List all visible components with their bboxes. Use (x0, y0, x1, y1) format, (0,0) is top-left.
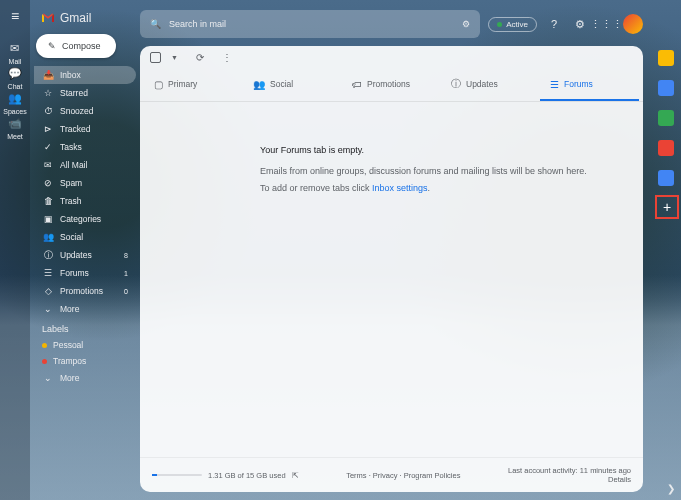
nav-label: Inbox (60, 70, 81, 80)
tab-updates[interactable]: ⓘUpdates (441, 69, 540, 101)
menu-icon[interactable]: ≡ (11, 8, 19, 24)
tab-forums[interactable]: ☰Forums (540, 69, 639, 101)
label-text: More (60, 373, 79, 383)
addon-0[interactable] (658, 50, 674, 66)
label-trampos[interactable]: Trampos (34, 353, 136, 369)
search-input[interactable] (169, 19, 454, 29)
empty-line2: To add or remove tabs click Inbox settin… (260, 180, 643, 197)
tab-social[interactable]: 👥Social (243, 69, 342, 101)
tune-icon[interactable]: ⚙ (462, 19, 470, 29)
nav-label: Promotions (60, 286, 103, 296)
nav-more[interactable]: ⌄More (34, 300, 136, 318)
label-more[interactable]: ⌄More (34, 369, 136, 387)
nav-label: Starred (60, 88, 88, 98)
addon-4[interactable] (658, 170, 674, 186)
updates-icon: ⓘ (42, 249, 54, 261)
nav-tracked[interactable]: ⊳Tracked (34, 120, 136, 138)
refresh-icon[interactable]: ⟳ (196, 52, 204, 63)
chevron-down-icon[interactable]: ▼ (171, 54, 178, 61)
nav-forums[interactable]: ☰Forums1 (34, 264, 136, 282)
nav-snoozed[interactable]: ⏱Snoozed (34, 102, 136, 120)
trash-icon: 🗑 (42, 195, 54, 207)
nav-count: 8 (124, 252, 128, 259)
empty-line1: Emails from online groups, discussion fo… (260, 163, 643, 180)
label-dot (42, 359, 47, 364)
inbox-settings-link[interactable]: Inbox settings (372, 183, 428, 193)
left-app-rail: ≡ ✉Mail💬Chat👥Spaces📹Meet (0, 0, 30, 500)
nav-trash[interactable]: 🗑Trash (34, 192, 136, 210)
nav-count: 0 (124, 288, 128, 295)
right-addon-rail (651, 0, 681, 500)
empty-title: Your Forums tab is empty. (260, 142, 643, 159)
social-icon: 👥 (253, 79, 265, 90)
nav-label: Tasks (60, 142, 82, 152)
nav-label: Updates (60, 250, 92, 260)
promotions-icon: 🏷 (352, 79, 362, 90)
gmail-logo[interactable]: Gmail (34, 8, 136, 34)
nav-label: All Mail (60, 160, 87, 170)
select-all-checkbox[interactable] (150, 52, 161, 63)
updates-icon: ⓘ (451, 77, 461, 91)
tab-label: Forums (564, 79, 593, 89)
rail-chat[interactable]: 💬Chat (3, 65, 26, 90)
label-text: Trampos (53, 356, 86, 366)
categories-icon: ▣ (42, 213, 54, 225)
tab-primary[interactable]: ▢Primary (144, 69, 243, 101)
nav-updates[interactable]: ⓘUpdates8 (34, 246, 136, 264)
status-active[interactable]: Active (488, 17, 537, 32)
addon-1[interactable] (658, 80, 674, 96)
label-pessoal[interactable]: Pessoal (34, 337, 136, 353)
nav-categories[interactable]: ▣Categories (34, 210, 136, 228)
nav-label: Categories (60, 214, 101, 224)
avatar[interactable] (623, 14, 643, 34)
chat-icon: 💬 (7, 65, 23, 81)
all mail-icon: ✉ (42, 159, 54, 171)
add-addon-button[interactable]: + (655, 195, 679, 219)
nav-spam[interactable]: ⊘Spam (34, 174, 136, 192)
nav-label: Social (60, 232, 83, 242)
nav-count: 1 (124, 270, 128, 277)
tab-promotions[interactable]: 🏷Promotions (342, 69, 441, 101)
nav-label: Forums (60, 268, 89, 278)
nav-promotions[interactable]: ◇Promotions0 (34, 282, 136, 300)
category-tabs: ▢Primary👥Social🏷PromotionsⓘUpdates☰Forum… (140, 69, 643, 102)
storage-bar (152, 474, 202, 476)
main-area: 🔍 ⚙ Active ? ⚙ ⋮⋮⋮ ▼ ⟳ ⋮ ▢Primary👥Social… (140, 0, 651, 500)
addon-3[interactable] (658, 140, 674, 156)
sidebar: Gmail ✎ Compose 📥Inbox☆Starred⏱Snoozed⊳T… (30, 0, 140, 500)
compose-button[interactable]: ✎ Compose (36, 34, 116, 58)
search-bar[interactable]: 🔍 ⚙ (140, 10, 480, 38)
more-icon: ⌄ (42, 303, 54, 315)
nav-social[interactable]: 👥Social (34, 228, 136, 246)
compose-label: Compose (62, 41, 101, 51)
inbox-icon: 📥 (42, 69, 54, 81)
addon-2[interactable] (658, 110, 674, 126)
rail-spaces[interactable]: 👥Spaces (3, 90, 26, 115)
tracked-icon: ⊳ (42, 123, 54, 135)
search-icon: 🔍 (150, 19, 161, 29)
more-icon[interactable]: ⋮ (222, 52, 232, 63)
activity-text: Last account activity: 11 minutes ago (508, 466, 631, 475)
snoozed-icon: ⏱ (42, 105, 54, 117)
primary-icon: ▢ (154, 79, 163, 90)
rail-mail[interactable]: ✉Mail (3, 40, 26, 65)
open-icon[interactable]: ⇱ (292, 471, 299, 480)
rail-meet[interactable]: 📹Meet (3, 115, 26, 140)
pencil-icon: ✎ (48, 41, 56, 51)
apps-icon[interactable]: ⋮⋮⋮ (597, 15, 615, 33)
details-link[interactable]: Details (508, 475, 631, 484)
help-icon[interactable]: ? (545, 15, 563, 33)
nav-starred[interactable]: ☆Starred (34, 84, 136, 102)
nav-tasks[interactable]: ✓Tasks (34, 138, 136, 156)
label-text: Pessoal (53, 340, 83, 350)
terms-link[interactable]: Terms (346, 471, 366, 480)
nav-label: Snoozed (60, 106, 94, 116)
tasks-icon: ✓ (42, 141, 54, 153)
privacy-link[interactable]: Privacy (373, 471, 398, 480)
storage-text: 1.31 GB of 15 GB used (208, 471, 286, 480)
policies-link[interactable]: Program Policies (404, 471, 461, 480)
nav-all-mail[interactable]: ✉All Mail (34, 156, 136, 174)
nav-inbox[interactable]: 📥Inbox (34, 66, 136, 84)
spam-icon: ⊘ (42, 177, 54, 189)
gear-icon[interactable]: ⚙ (571, 15, 589, 33)
